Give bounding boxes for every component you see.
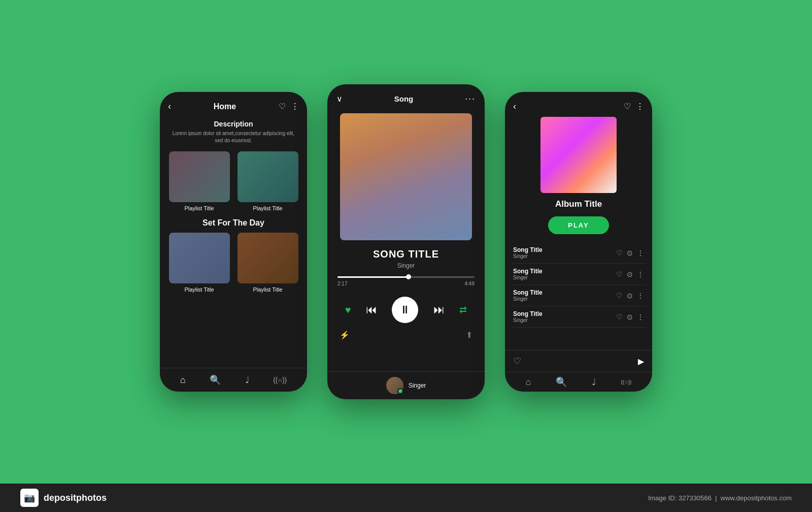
phone3-more-icon[interactable]: ⋮ <box>636 102 644 111</box>
song-row-singer-4: Singer <box>513 317 543 323</box>
song-row[interactable]: Song Title Singer ♡ ⊙ ⋮ <box>511 306 646 328</box>
footer-logo-text: depositphotos <box>44 493 107 503</box>
progress-dot <box>406 274 411 279</box>
desc-text: Lorem ipsum dolor sit amet,consectetur a… <box>170 130 297 144</box>
desc-title: Description <box>170 120 297 128</box>
footer-info: Image ID: 327330566 | www.depositphotos.… <box>648 494 792 502</box>
avatar: ✓ <box>386 377 403 394</box>
main-area: ‹ Home ♡ ⋮ Description Lorem ipsum dolor… <box>0 0 812 484</box>
song-heart-icon-4[interactable]: ♡ <box>616 313 623 321</box>
section-title: Set For The Day <box>160 211 307 233</box>
playlist-thumb-4 <box>238 233 298 283</box>
nav-radio-icon[interactable]: ((○)) <box>273 376 287 384</box>
like-button[interactable]: ♥ <box>345 304 351 316</box>
footer-bar: 📷 depositphotos Image ID: 327330566 | ww… <box>0 484 812 512</box>
playlist-thumb-1 <box>169 151 230 202</box>
prev-button[interactable]: ⏮ <box>366 303 377 316</box>
phone1-header-icons: ♡ ⋮ <box>279 102 299 111</box>
phone3-bottom-bar: ♡ ▶ <box>505 350 652 372</box>
song-row-title-3: Song Title <box>513 289 543 296</box>
song-heart-icon-1[interactable]: ♡ <box>616 249 623 257</box>
bottom-play-icon[interactable]: ▶ <box>638 357 644 366</box>
playlist-item-4[interactable]: Playlist Title <box>236 233 299 293</box>
phone3-back-icon[interactable]: ‹ <box>513 101 516 112</box>
song-row-title-1: Song Title <box>513 246 543 253</box>
playlist-item-3[interactable]: Playlist Title <box>168 233 230 293</box>
nav-home-icon[interactable]: ⌂ <box>180 375 186 386</box>
heart-icon[interactable]: ♡ <box>279 102 286 111</box>
song-info: SONG TITLE Singer <box>327 248 485 269</box>
song-row-icons-2: ♡ ⊙ ⋮ <box>616 270 644 278</box>
footer-logo: 📷 depositphotos <box>20 489 107 507</box>
next-button[interactable]: ⏭ <box>433 303 445 316</box>
phone2-bottom-bar: ✓ Singer <box>327 371 485 399</box>
phone3-header: ‹ ♡ ⋮ <box>505 92 652 117</box>
phone3-nav-radio[interactable]: ((○)) <box>621 379 631 385</box>
chevron-down-icon[interactable]: ∨ <box>336 94 343 104</box>
footer-image-id-label: Image ID: <box>648 494 676 502</box>
playlist-item-2[interactable]: Playlist Title <box>236 151 299 211</box>
avatar-badge: ✓ <box>397 388 403 394</box>
song-cast-icon-2[interactable]: ⊙ <box>627 270 633 278</box>
song-row-singer-1: Singer <box>513 253 543 259</box>
phone3-nav: ⌂ 🔍 ♩ ((○)) <box>505 372 652 392</box>
time-total: 4:49 <box>465 281 475 286</box>
phone1-description: Description Lorem ipsum dolor sit amet,c… <box>160 117 307 151</box>
more-icon[interactable]: ⋮ <box>291 102 299 111</box>
song-more-icon-1[interactable]: ⋮ <box>637 249 644 257</box>
phone2-header: ∨ Song ··· <box>327 84 485 109</box>
pause-button[interactable]: ⏸ <box>392 297 418 323</box>
player-controls: ♥ ⏮ ⏸ ⏭ ⇄ <box>327 292 485 328</box>
playlist-item-1[interactable]: Playlist Title <box>168 151 230 211</box>
song-cast-icon-1[interactable]: ⊙ <box>627 249 633 257</box>
nav-library-icon[interactable]: ♩ <box>245 374 249 386</box>
song-row[interactable]: Song Title Singer ♡ ⊙ ⋮ <box>511 264 646 285</box>
bottom-singer-label: Singer <box>409 382 426 389</box>
song-row-icons-1: ♡ ⊙ ⋮ <box>616 249 644 257</box>
song-row-singer-3: Singer <box>513 296 543 302</box>
footer-url: www.depositphotos.com <box>721 494 792 502</box>
playlist-label-3: Playlist Title <box>184 286 214 293</box>
bottom-heart-icon[interactable]: ♡ <box>513 356 521 367</box>
phone3-heart-icon[interactable]: ♡ <box>624 102 631 111</box>
song-heart-icon-3[interactable]: ♡ <box>616 292 623 300</box>
shuffle-button[interactable]: ⇄ <box>459 304 467 315</box>
phone-player: ∨ Song ··· SONG TITLE Singer 2:17 4:49 ♥… <box>327 84 485 399</box>
more-options-icon[interactable]: ··· <box>465 93 476 104</box>
album-cover <box>540 117 617 193</box>
playlist-label-2: Playlist Title <box>253 205 282 211</box>
playlist-thumb-3 <box>169 233 230 283</box>
playlist-grid-top: Playlist Title Playlist Title <box>160 151 307 211</box>
song-more-icon-2[interactable]: ⋮ <box>637 270 644 278</box>
song-title: SONG TITLE <box>337 248 475 260</box>
song-row-icons-3: ♡ ⊙ ⋮ <box>616 292 644 300</box>
song-more-icon-3[interactable]: ⋮ <box>637 292 644 300</box>
album-art <box>340 113 472 240</box>
song-row[interactable]: Song Title Singer ♡ ⊙ ⋮ <box>511 285 646 306</box>
song-cast-icon-4[interactable]: ⊙ <box>627 313 633 321</box>
phone3-nav-library[interactable]: ♩ <box>592 376 596 388</box>
nav-search-icon[interactable]: 🔍 <box>210 374 221 386</box>
time-current: 2:17 <box>337 281 347 286</box>
progress-bar[interactable] <box>337 276 475 278</box>
time-labels: 2:17 4:49 <box>337 281 475 286</box>
bluetooth-icon[interactable]: ⚡ <box>340 330 350 340</box>
back-icon[interactable]: ‹ <box>168 101 171 112</box>
song-row[interactable]: Song Title Singer ♡ ⊙ ⋮ <box>511 242 646 264</box>
phone1-title: Home <box>214 102 236 111</box>
phone3-nav-search[interactable]: 🔍 <box>556 376 567 388</box>
phone-home: ‹ Home ♡ ⋮ Description Lorem ipsum dolor… <box>160 92 307 392</box>
playlist-grid-bottom: Playlist Title Playlist Title <box>160 233 307 293</box>
playlist-label-1: Playlist Title <box>184 205 214 211</box>
song-row-icons-4: ♡ ⊙ ⋮ <box>616 313 644 321</box>
song-heart-icon-2[interactable]: ♡ <box>616 270 623 278</box>
playlist-label-4: Playlist Title <box>253 286 282 293</box>
share-icon[interactable]: ⬆ <box>466 330 472 340</box>
song-more-icon-4[interactable]: ⋮ <box>637 313 644 321</box>
play-button[interactable]: PLAY <box>548 216 609 234</box>
song-cast-icon-3[interactable]: ⊙ <box>627 292 633 300</box>
phone3-nav-home[interactable]: ⌂ <box>525 377 531 388</box>
extra-controls: ⚡ ⬆ <box>327 328 485 342</box>
song-row-info-1: Song Title Singer <box>513 246 543 259</box>
song-row-singer-2: Singer <box>513 275 543 280</box>
